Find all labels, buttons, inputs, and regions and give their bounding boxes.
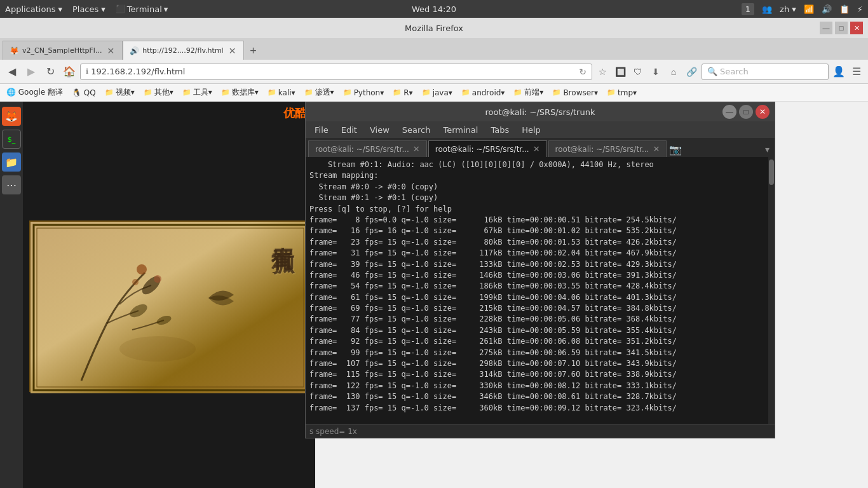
bookmark-qq[interactable]: 🐧 QQ <box>68 86 100 100</box>
new-tab-button[interactable]: + <box>244 42 262 60</box>
terminal-close-button[interactable]: ✕ <box>756 105 770 119</box>
tab2-label: http://192....92/flv.html <box>142 46 224 55</box>
system-bar: Applications ▾ Places ▾ ⬛ Terminal ▾ Wed… <box>0 0 868 18</box>
scrollbar-thumb[interactable] <box>769 159 774 185</box>
pocket-icon[interactable]: 🔲 <box>613 64 628 79</box>
home-nav-icon[interactable]: ⌂ <box>666 64 681 79</box>
terminal-tab-3[interactable]: root@kali: ~/SRS/srs/tr... ✕ <box>548 140 667 157</box>
places-menu[interactable]: Places ▾ <box>72 4 105 14</box>
firefox-maximize-button[interactable]: □ <box>835 22 848 34</box>
reload-icon[interactable]: ↻ <box>579 67 587 77</box>
terminal-status-text: s speed= 1x <box>309 427 357 436</box>
tab1-label: v2_CN_SampleHttpFl... <box>22 46 102 55</box>
terminal-output-line: Stream #0:1: Audio: aac (LC) ([10][0][0]… <box>309 159 764 170</box>
terminal-new-tab-button[interactable]: 📷 <box>668 142 683 157</box>
tab2-label: root@kali: ~/SRS/srs/tr... <box>435 145 529 154</box>
terminal-tabs-menu[interactable]: Tabs <box>485 124 514 136</box>
terminal-tab2-close[interactable]: ✕ <box>533 144 540 154</box>
bookmark-database[interactable]: 数据库▾ <box>217 86 262 100</box>
tab2-favicon: 🔊 <box>130 46 139 55</box>
terminal-minimize-button[interactable]: — <box>722 105 736 119</box>
terminal-tab1-close[interactable]: ✕ <box>413 144 420 154</box>
download-icon[interactable]: ⬇ <box>648 64 663 79</box>
terminal-maximize-button[interactable]: □ <box>739 105 753 119</box>
home-button[interactable]: 🏠 <box>61 64 78 80</box>
bookmark-pentest[interactable]: 渗透▾ <box>301 86 338 100</box>
bookmark-star-icon[interactable]: ☆ <box>595 64 610 79</box>
firefox-close-button[interactable]: ✕ <box>850 22 863 34</box>
terminal-output-line: frame= 61 fps= 15 q=-1.0 size= 199kB tim… <box>309 292 764 303</box>
tab1-close-icon[interactable]: ✕ <box>105 46 116 56</box>
tab1-favicon: 🦊 <box>10 46 18 55</box>
system-bar-right: 1 👥 zh ▾ 📶 🔊 📋 ⚡ <box>742 3 863 15</box>
svg-point-8 <box>132 279 139 285</box>
back-button[interactable]: ◀ <box>4 64 20 80</box>
bookmark-browser[interactable]: Browser▾ <box>548 86 602 100</box>
bookmark-android[interactable]: android▾ <box>458 86 509 100</box>
firefox-user-icon[interactable]: 👤 <box>831 64 846 79</box>
terminal-window-controls: — □ ✕ <box>722 105 770 119</box>
terminal-output-line: frame= 23 fps= 15 q=-1.0 size= 80kB time… <box>309 237 764 248</box>
terminal-output-line: frame= 107 fps= 15 q=-1.0 size= 298kB ti… <box>309 358 764 369</box>
terminal-menu[interactable]: ⬛ Terminal ▾ <box>116 4 168 14</box>
browser-tab-2[interactable]: 🔊 http://192....92/flv.html ✕ <box>123 41 244 60</box>
bookmark-r[interactable]: R▾ <box>389 86 416 100</box>
tab2-close-icon[interactable]: ✕ <box>227 46 238 56</box>
terminal-search-menu[interactable]: Search <box>397 124 436 136</box>
reload-button[interactable]: ↻ <box>42 64 58 80</box>
firefox-minimize-button[interactable]: — <box>820 22 832 34</box>
firefox-title: Mozilla Firefox <box>405 24 463 33</box>
url-text: 192.168.2.192/flv.html <box>91 67 576 76</box>
terminal-file-menu[interactable]: File <box>309 124 334 136</box>
applications-menu[interactable]: Applications ▾ <box>5 4 62 14</box>
workspace-indicator[interactable]: 1 <box>742 3 754 15</box>
terminal-output-line: frame= 99 fps= 15 q=-1.0 size= 275kB tim… <box>309 348 764 358</box>
terminal-output-line: Stream #0:1 -> #0:1 (copy) <box>309 193 764 203</box>
terminal-window: root@kali: ~/SRS/srs/trunk — □ ✕ File Ed… <box>305 102 775 438</box>
bookmark-other[interactable]: 其他▾ <box>140 86 177 100</box>
bookmark-frontend[interactable]: 前端▾ <box>510 86 547 100</box>
tab-bar: 🦊 v2_CN_SampleHttpFl... ✕ 🔊 http://192..… <box>0 38 868 60</box>
terminal-tab3-close[interactable]: ✕ <box>653 144 660 154</box>
search-bar[interactable]: 🔍 Search <box>702 64 829 80</box>
secure-icon: ℹ <box>86 67 88 76</box>
sync-icon[interactable]: 🔗 <box>684 64 699 79</box>
language-indicator[interactable]: zh ▾ <box>780 4 796 14</box>
bookmark-kali[interactable]: kali▾ <box>264 86 299 100</box>
bookmark-java[interactable]: java▾ <box>418 86 456 100</box>
bookmark-google-translate[interactable]: 🌐 Google 翻译 <box>3 86 67 100</box>
browser-tab-1[interactable]: 🦊 v2_CN_SampleHttpFl... ✕ <box>3 41 123 60</box>
terminal-tab-settings-button[interactable]: ▾ <box>759 142 775 157</box>
terminal-output-line: frame= 46 fps= 15 q=-1.0 size= 146kB tim… <box>309 270 764 281</box>
terminal-tab-2[interactable]: root@kali: ~/SRS/srs/tr... ✕ <box>428 140 547 157</box>
search-icon: 🔍 <box>707 67 717 76</box>
url-bar[interactable]: ℹ 192.168.2.192/flv.html ↻ <box>80 64 592 80</box>
clipboard-icon: 📋 <box>839 4 850 14</box>
terminal-output-line: frame= 77 fps= 15 q=-1.0 size= 228kB tim… <box>309 314 764 325</box>
terminal-terminal-menu[interactable]: Terminal <box>438 124 483 136</box>
power-icon: ⚡ <box>857 4 863 14</box>
svg-point-6 <box>137 264 147 274</box>
firefox-window-controls: — □ ✕ <box>820 22 863 34</box>
terminal-output-line: frame= 69 fps= 15 q=-1.0 size= 215kB tim… <box>309 303 764 314</box>
terminal-tab-1[interactable]: root@kali: ~/SRS/srs/tr... ✕ <box>308 140 427 157</box>
overflow-icon[interactable]: ☰ <box>849 64 864 79</box>
terminal-output-line: Stream mapping: <box>309 170 764 181</box>
sidebar-apps-icon[interactable]: ⋯ <box>2 175 21 194</box>
sidebar-files-icon[interactable]: 📁 <box>2 152 21 172</box>
sidebar-terminal-icon[interactable]: $_ <box>2 130 21 149</box>
bookmark-tmp[interactable]: tmp▾ <box>603 86 641 100</box>
terminal-help-menu[interactable]: Help <box>517 124 546 136</box>
terminal-view-menu[interactable]: View <box>365 124 395 136</box>
bookmark-python[interactable]: Python▾ <box>339 86 388 100</box>
bookmark-tools[interactable]: 工具▾ <box>179 86 216 100</box>
terminal-scrollbar[interactable] <box>768 157 775 424</box>
artwork-svg <box>31 222 310 393</box>
tab3-label: root@kali: ~/SRS/srs/tr... <box>555 145 649 154</box>
bookmark-video[interactable]: 视频▾ <box>101 86 139 100</box>
terminal-menubar: File Edit View Search Terminal Tabs Help <box>306 121 775 138</box>
shield-icon[interactable]: 🛡 <box>630 64 646 79</box>
sidebar-firefox-icon[interactable]: 🦊 <box>2 107 21 126</box>
forward-button[interactable]: ▶ <box>23 64 39 80</box>
terminal-edit-menu[interactable]: Edit <box>336 124 362 136</box>
